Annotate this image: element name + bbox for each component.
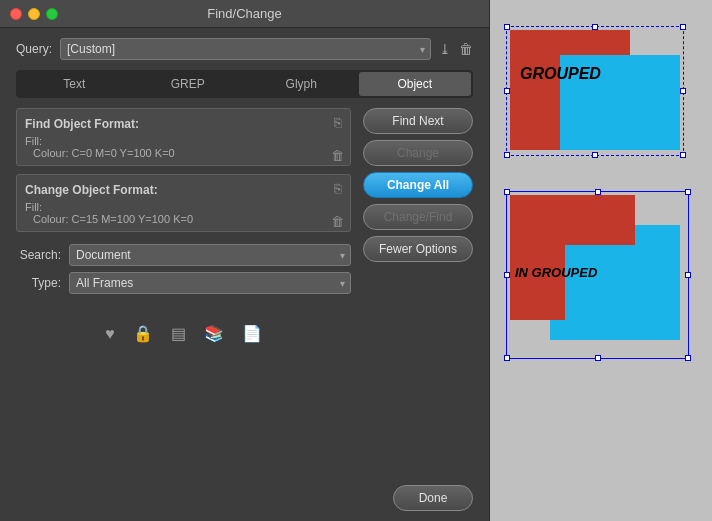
handle-bm (592, 152, 598, 158)
search-type-area: Search: Document Type: All Frames (16, 244, 351, 300)
title-bar: Find/Change (0, 0, 489, 28)
handle-b-mr (685, 272, 691, 278)
handle-b-br (685, 355, 691, 361)
find-format-icons: ⎘ 🗑 (331, 115, 344, 163)
close-button[interactable] (10, 8, 22, 20)
type-label: Type: (16, 276, 61, 290)
right-panel: Find Next Change Change All Change/Find … (363, 108, 473, 477)
group-top: GROUPED (510, 30, 680, 175)
done-button[interactable]: Done (393, 485, 473, 511)
find-pick-object-button[interactable]: ⎘ (334, 115, 342, 130)
find-change-dialog: Find/Change Query: [Custom] ⤓ 🗑 Text GRE… (0, 0, 490, 521)
query-row: Query: [Custom] ⤓ 🗑 (16, 38, 473, 60)
lock-icon-button[interactable]: 🔒 (129, 322, 157, 345)
blue-rect-bottom-front (565, 245, 665, 340)
type-dropdown-wrapper: All Frames (69, 272, 351, 294)
tab-text[interactable]: Text (18, 72, 131, 96)
handle-b-tr (685, 189, 691, 195)
group-bottom: IN GROUPED (510, 195, 685, 355)
window-controls (10, 8, 58, 20)
change-object-title: Change Object Format: (25, 183, 342, 197)
fewer-options-button[interactable]: Fewer Options (363, 236, 473, 262)
dialog-body: Query: [Custom] ⤓ 🗑 Text GREP Glyph Obje… (0, 28, 489, 521)
text-icon-button[interactable]: 📄 (238, 322, 266, 345)
hidden-icon-button[interactable]: ▤ (167, 322, 190, 345)
find-fill-label: Fill: (25, 135, 342, 147)
query-select[interactable]: [Custom] (60, 38, 431, 60)
done-row: Done (16, 477, 473, 511)
layers-icon-button[interactable]: ♥ (101, 322, 119, 345)
type-select[interactable]: All Frames (69, 272, 351, 294)
master-icon-button[interactable]: 📚 (200, 322, 228, 345)
handle-b-bm (595, 355, 601, 361)
query-label: Query: (16, 42, 52, 56)
change-colour-value: Colour: C=15 M=100 Y=100 K=0 (25, 213, 342, 225)
main-area: Find Object Format: Fill: Colour: C=0 M=… (16, 108, 473, 477)
minimize-button[interactable] (28, 8, 40, 20)
find-delete-format-button[interactable]: 🗑 (331, 148, 344, 163)
handle-tr (680, 24, 686, 30)
left-panel: Find Object Format: Fill: Colour: C=0 M=… (16, 108, 351, 477)
tab-object[interactable]: Object (359, 72, 472, 96)
canvas-inner: GROUPED IN GROUPED (490, 0, 712, 521)
search-label: Search: (16, 248, 61, 262)
change-button[interactable]: Change (363, 140, 473, 166)
grouped-label: GROUPED (520, 65, 601, 83)
bottom-icons-bar: ♥ 🔒 ▤ 📚 📄 (16, 316, 351, 345)
handle-bl (504, 152, 510, 158)
delete-query-button[interactable]: 🗑 (459, 42, 473, 56)
find-colour-value: Colour: C=0 M=0 Y=100 K=0 (25, 147, 342, 159)
save-query-button[interactable]: ⤓ (439, 42, 451, 56)
change-fill-label: Fill: (25, 201, 342, 213)
change-pick-object-button[interactable]: ⎘ (334, 181, 342, 196)
handle-br (680, 152, 686, 158)
change-find-button[interactable]: Change/Find (363, 204, 473, 230)
handle-b-bl (504, 355, 510, 361)
change-delete-format-button[interactable]: 🗑 (331, 214, 344, 229)
search-row: Search: Document (16, 244, 351, 266)
change-object-format-box: Change Object Format: Fill: Colour: C=15… (16, 174, 351, 232)
type-row: Type: All Frames (16, 272, 351, 294)
search-dropdown-wrapper: Document (69, 244, 351, 266)
tab-grep[interactable]: GREP (132, 72, 245, 96)
find-object-format-box: Find Object Format: Fill: Colour: C=0 M=… (16, 108, 351, 166)
zoom-button[interactable] (46, 8, 58, 20)
handle-mr (680, 88, 686, 94)
in-grouped-label: IN GROUPED (515, 265, 597, 280)
find-next-button[interactable]: Find Next (363, 108, 473, 134)
tabs-bar: Text GREP Glyph Object (16, 70, 473, 98)
change-format-icons: ⎘ 🗑 (331, 181, 344, 229)
dialog-title: Find/Change (207, 6, 281, 21)
canvas-area: GROUPED IN GROUPED (490, 0, 712, 521)
tab-glyph[interactable]: Glyph (245, 72, 358, 96)
search-select[interactable]: Document (69, 244, 351, 266)
change-all-button[interactable]: Change All (363, 172, 473, 198)
find-object-title: Find Object Format: (25, 117, 342, 131)
query-select-wrapper: [Custom] (60, 38, 431, 60)
